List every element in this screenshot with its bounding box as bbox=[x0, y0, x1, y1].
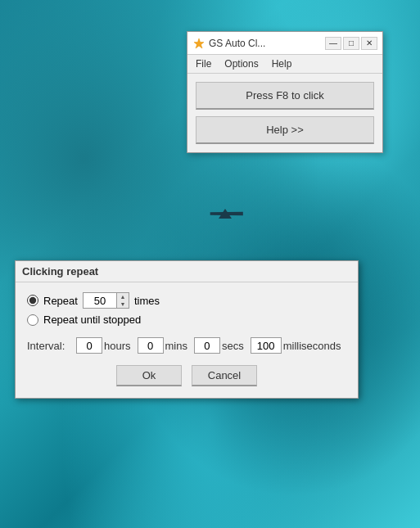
cancel-button[interactable]: Cancel bbox=[192, 365, 257, 386]
menu-file[interactable]: File bbox=[192, 56, 215, 71]
dialog-buttons: Ok Cancel bbox=[27, 365, 346, 386]
repeat-label: Repeat bbox=[43, 295, 78, 307]
bird-silhouette bbox=[209, 209, 242, 219]
repeat-until-radio[interactable] bbox=[27, 314, 38, 326]
interval-label: Interval: bbox=[27, 340, 70, 352]
minimize-button[interactable]: — bbox=[325, 37, 341, 50]
hours-field: hours bbox=[76, 337, 134, 354]
dialog-window: Clicking repeat Repeat ▲ ▼ times Repeat … bbox=[15, 260, 359, 399]
repeat-until-row: Repeat until stopped bbox=[27, 314, 346, 326]
dialog-title: Clicking repeat bbox=[16, 261, 358, 282]
ms-field: milliseconds bbox=[251, 337, 345, 354]
ms-label: milliseconds bbox=[283, 340, 341, 352]
hours-label: hours bbox=[104, 340, 131, 352]
title-bar: GS Auto Cl... — □ ✕ bbox=[187, 32, 382, 55]
repeat-value-input[interactable] bbox=[83, 292, 117, 309]
repeat-times-row: Repeat ▲ ▼ times bbox=[27, 292, 346, 309]
main-window: GS Auto Cl... — □ ✕ File Options Help Pr… bbox=[187, 31, 383, 153]
secs-label: secs bbox=[222, 340, 244, 352]
help-button[interactable]: Help >> bbox=[196, 116, 374, 144]
ms-input[interactable] bbox=[251, 337, 282, 354]
hours-input[interactable] bbox=[76, 337, 102, 354]
window-controls: — □ ✕ bbox=[325, 37, 377, 50]
repeat-until-label: Repeat until stopped bbox=[43, 314, 141, 326]
close-button[interactable]: ✕ bbox=[361, 37, 377, 50]
window-title: GS Auto Cl... bbox=[209, 38, 325, 49]
ok-button[interactable]: Ok bbox=[116, 365, 182, 386]
app-icon bbox=[192, 37, 205, 50]
mins-label: mins bbox=[165, 340, 187, 352]
window-body: Press F8 to click Help >> bbox=[187, 74, 382, 152]
menu-help[interactable]: Help bbox=[269, 56, 296, 71]
times-label: times bbox=[134, 295, 160, 307]
svg-marker-0 bbox=[194, 38, 204, 48]
repeat-options: Repeat ▲ ▼ times Repeat until stopped bbox=[27, 292, 346, 326]
maximize-button[interactable]: □ bbox=[343, 37, 359, 50]
dialog-body: Repeat ▲ ▼ times Repeat until stopped In… bbox=[16, 282, 358, 398]
secs-field: secs bbox=[194, 337, 247, 354]
repeat-spinner: ▲ ▼ bbox=[83, 292, 129, 309]
repeat-times-radio[interactable] bbox=[27, 295, 38, 306]
mins-input[interactable] bbox=[138, 337, 164, 354]
secs-input[interactable] bbox=[194, 337, 220, 354]
repeat-up-arrow[interactable]: ▲ bbox=[117, 293, 129, 300]
repeat-down-arrow[interactable]: ▼ bbox=[117, 300, 129, 308]
mins-field: mins bbox=[138, 337, 191, 354]
menu-options[interactable]: Options bbox=[221, 56, 261, 71]
f8-button[interactable]: Press F8 to click bbox=[196, 82, 374, 110]
menu-bar: File Options Help bbox=[187, 55, 382, 74]
repeat-spin-arrows: ▲ ▼ bbox=[117, 292, 129, 309]
interval-row: Interval: hours mins secs milliseconds bbox=[27, 337, 346, 354]
